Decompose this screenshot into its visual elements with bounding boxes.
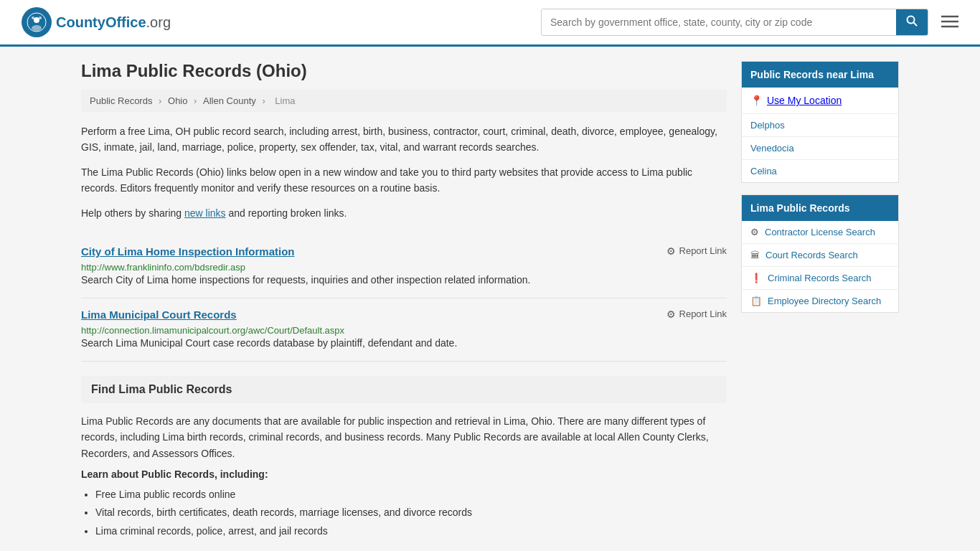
nearby-heading: Public Records near Lima [742,62,898,88]
logo-area: CountyOffice.org [22,7,171,37]
criminal-icon: ❗ [750,273,762,283]
sidebar-criminal-records[interactable]: ❗ Criminal Records Search [742,267,898,290]
report-link-0[interactable]: ⚙ Report Link [666,245,727,257]
employee-icon: 📋 [750,296,762,306]
contractor-icon: ⚙ [750,227,759,237]
list-item-1: Vital records, birth certificates, death… [95,504,727,522]
record-title-0[interactable]: City of Lima Home Inspection Information [81,245,295,258]
breadcrumb-lima: Lima [275,95,295,106]
use-my-location-item[interactable]: 📍 Use My Location [742,88,898,114]
sidebar-city-celina[interactable]: Celina [742,160,898,182]
site-header: CountyOffice.org [0,0,980,47]
report-icon-0: ⚙ [666,245,676,257]
record-url-0[interactable]: http://www.franklininfo.com/bdsredir.asp [81,262,245,273]
find-section-title: Find Lima Public Records [91,383,717,396]
sidebar-court-records[interactable]: 🏛 Court Records Search [742,244,898,267]
find-body-text: Lima Public Records are any documents th… [81,413,727,461]
learn-list: Free Lima public records online Vital re… [81,486,727,540]
hamburger-icon [941,15,958,28]
intro-paragraph-1: Perform a free Lima, OH public record se… [81,123,727,156]
breadcrumb-allen-county[interactable]: Allen County [203,95,256,106]
search-container [541,9,928,36]
location-pin-icon: 📍 [750,95,763,106]
use-my-location-link[interactable]: Use My Location [767,95,842,106]
main-content: Lima Public Records (Ohio) Public Record… [81,61,727,540]
report-link-1[interactable]: ⚙ Report Link [666,309,727,320]
lima-records-section: Lima Public Records ⚙ Contractor License… [741,194,899,313]
record-desc-1: Search Lima Municipal Court case records… [81,336,727,351]
breadcrumb-ohio[interactable]: Ohio [168,95,187,106]
search-icon [906,15,918,27]
breadcrumb: Public Records › Ohio › Allen County › L… [81,90,727,112]
svg-point-3 [32,17,34,19]
search-input[interactable] [542,11,896,34]
record-title-1[interactable]: Lima Municipal Court Records [81,309,237,321]
svg-point-2 [32,25,42,31]
record-desc-0: Search City of Lima home inspections for… [81,273,727,288]
record-item-0: City of Lima Home Inspection Information… [81,235,727,298]
sidebar-city-venedocia[interactable]: Venedocia [742,137,898,160]
page-title: Lima Public Records (Ohio) [81,61,727,81]
court-icon: 🏛 [750,250,760,260]
sidebar: Public Records near Lima 📍 Use My Locati… [741,61,899,540]
sidebar-city-delphos[interactable]: Delphos [742,114,898,137]
list-item-2: Lima criminal records, police, arrest, a… [95,522,727,540]
breadcrumb-public-records[interactable]: Public Records [90,95,152,106]
report-icon-1: ⚙ [666,309,676,320]
sidebar-contractor-license[interactable]: ⚙ Contractor License Search [742,221,898,244]
logo-text: CountyOffice.org [56,14,171,31]
svg-point-4 [39,17,42,19]
hamburger-menu-button[interactable] [941,12,958,32]
list-item-0: Free Lima public records online [95,486,727,504]
svg-point-1 [34,17,39,23]
logo-icon [22,7,52,37]
main-container: Lima Public Records (Ohio) Public Record… [60,47,920,551]
intro-paragraph-2: The Lima Public Records (Ohio) links bel… [81,164,727,197]
nearby-section: Public Records near Lima 📍 Use My Locati… [741,61,899,183]
sharing-text: Help others by sharing new links and rep… [81,205,727,221]
new-links-link[interactable]: new links [184,207,226,219]
sidebar-employee-directory[interactable]: 📋 Employee Directory Search [742,290,898,312]
record-url-1[interactable]: http://connection.limamunicipalcourt.org… [81,325,344,336]
record-item-1: Lima Municipal Court Records ⚙ Report Li… [81,298,727,362]
find-section-header: Find Lima Public Records [81,376,727,403]
svg-line-6 [914,23,917,26]
learn-heading: Learn about Public Records, including: [81,468,727,480]
search-button[interactable] [896,9,928,35]
lima-records-heading: Lima Public Records [742,195,898,221]
